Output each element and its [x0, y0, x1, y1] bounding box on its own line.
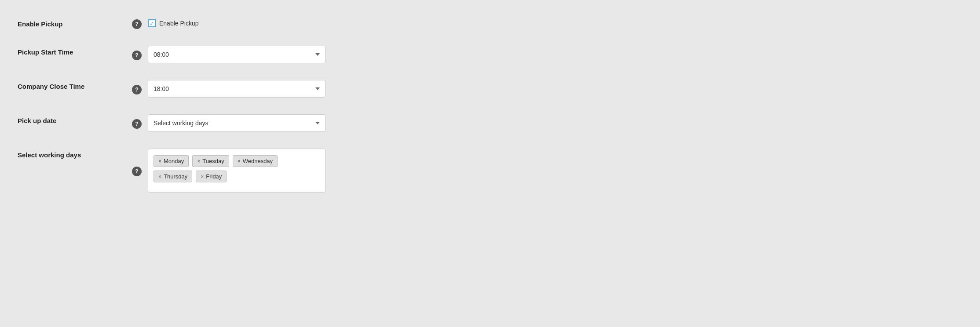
select-pickup-start-time[interactable]: 08:0009:0010:0011:0012:00 — [148, 46, 325, 63]
enable-pickup-label: Enable Pickup — [159, 20, 199, 27]
label-enable-pickup: Enable Pickup — [18, 18, 132, 28]
day-tag-friday[interactable]: ×Friday — [196, 171, 227, 182]
form-row-pickup-start-time: Pickup Start Time?08:0009:0010:0011:0012… — [18, 46, 325, 68]
remove-thursday-icon[interactable]: × — [158, 174, 161, 179]
day-tag-label-monday: Monday — [164, 158, 184, 164]
day-tag-monday[interactable]: ×Monday — [154, 155, 189, 167]
day-tag-thursday[interactable]: ×Thursday — [154, 171, 192, 182]
day-tag-wednesday[interactable]: ×Wednesday — [233, 155, 278, 167]
remove-friday-icon[interactable]: × — [201, 174, 204, 179]
form-row-pickup-date: Pick up date?Select working daysMondayTu… — [18, 114, 325, 136]
day-tag-label-tuesday: Tuesday — [202, 158, 224, 164]
label-select-working-days: Select working days — [18, 149, 132, 159]
input-area-enable-pickup: ✓Enable Pickup — [148, 19, 325, 27]
remove-tuesday-icon[interactable]: × — [197, 159, 200, 164]
day-tag-label-friday: Friday — [206, 173, 222, 180]
label-pickup-date: Pick up date — [18, 114, 132, 124]
day-tag-tuesday[interactable]: ×Tuesday — [192, 155, 229, 167]
remove-monday-icon[interactable]: × — [158, 159, 161, 164]
select-pickup-date[interactable]: Select working daysMondayTuesdayWednesda… — [148, 114, 325, 132]
input-area-select-working-days: ×Monday×Tuesday×Wednesday×Thursday×Frida… — [148, 149, 325, 193]
control-wrapper-pickup-start-time: ?08:0009:0010:0011:0012:00 — [132, 46, 325, 63]
control-wrapper-enable-pickup: ?✓Enable Pickup — [132, 18, 325, 29]
help-icon-company-close-time[interactable]: ? — [132, 85, 142, 94]
form-row-company-close-time: Company Close Time?16:0017:0018:0019:002… — [18, 80, 325, 102]
input-area-pickup-start-time: 08:0009:0010:0011:0012:00 — [148, 46, 325, 63]
day-tag-label-thursday: Thursday — [164, 173, 187, 180]
remove-wednesday-icon[interactable]: × — [238, 159, 241, 164]
label-company-close-time: Company Close Time — [18, 80, 132, 90]
enable-pickup-row: ✓Enable Pickup — [148, 19, 325, 27]
input-area-pickup-date: Select working daysMondayTuesdayWednesda… — [148, 114, 325, 132]
input-area-company-close-time: 16:0017:0018:0019:0020:00 — [148, 80, 325, 98]
enable-pickup-checkbox[interactable]: ✓ — [148, 19, 156, 27]
form-row-enable-pickup: Enable Pickup?✓Enable Pickup — [18, 18, 325, 33]
help-icon-pickup-date[interactable]: ? — [132, 119, 142, 129]
help-icon-pickup-start-time[interactable]: ? — [132, 51, 142, 60]
control-wrapper-company-close-time: ?16:0017:0018:0019:0020:00 — [132, 80, 325, 98]
label-pickup-start-time: Pickup Start Time — [18, 46, 132, 56]
checkmark-icon: ✓ — [150, 21, 154, 26]
working-days-box: ×Monday×Tuesday×Wednesday×Thursday×Frida… — [148, 149, 325, 193]
control-wrapper-select-working-days: ?×Monday×Tuesday×Wednesday×Thursday×Frid… — [132, 149, 325, 193]
select-company-close-time[interactable]: 16:0017:0018:0019:0020:00 — [148, 80, 325, 98]
settings-form: Enable Pickup?✓Enable PickupPickup Start… — [18, 18, 325, 197]
day-tag-label-wednesday: Wednesday — [243, 158, 273, 164]
form-row-select-working-days: Select working days?×Monday×Tuesday×Wedn… — [18, 149, 325, 197]
help-icon-enable-pickup[interactable]: ? — [132, 19, 142, 29]
help-icon-select-working-days[interactable]: ? — [132, 167, 142, 176]
control-wrapper-pickup-date: ?Select working daysMondayTuesdayWednesd… — [132, 114, 325, 132]
